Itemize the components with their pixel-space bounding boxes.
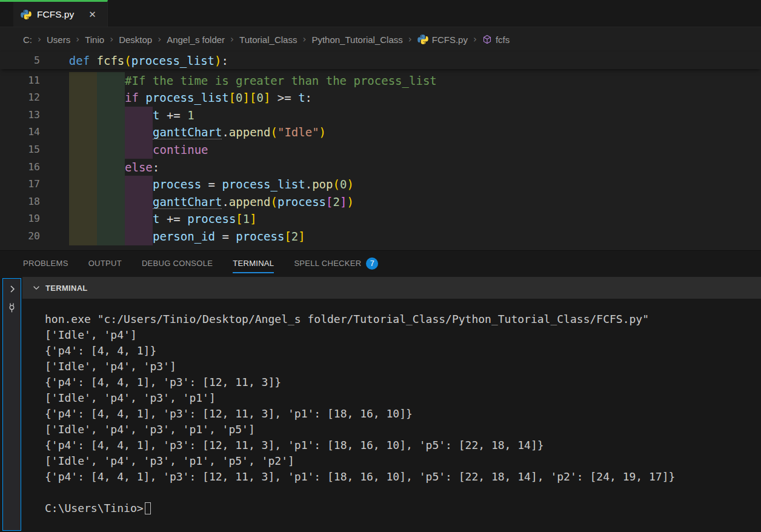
panel-tab-bar: PROBLEMSOUTPUTDEBUG CONSOLETERMINALSPELL…	[0, 250, 761, 277]
breadcrumb-separator: ›	[302, 34, 306, 45]
plug-icon[interactable]	[7, 302, 17, 314]
sticky-scroll-line[interactable]: 5 def fcfs(process_list):	[0, 52, 761, 69]
tab-fcfs-py[interactable]: FCFS.py ✕	[13, 0, 108, 27]
terminal-content[interactable]: hon.exe "c:/Users/Tinio/Desktop/Angel_s …	[22, 299, 761, 532]
panel-tab-terminal[interactable]: TERMINAL	[233, 255, 274, 273]
terminal-line: {'p4': [4, 4, 1], 'p3': [12, 11, 3], 'p1…	[45, 437, 756, 453]
terminal-line: hon.exe "c:/Users/Tinio/Desktop/Angel_s …	[45, 311, 756, 327]
indent-guide-band	[97, 193, 125, 211]
breadcrumb-item[interactable]: fcfs	[482, 35, 510, 45]
code-text: ganttChart.append(process[2])	[153, 193, 354, 211]
code-editor[interactable]: 5 def fcfs(process_list): 11#If the time…	[0, 52, 761, 250]
line-number[interactable]: 16	[0, 159, 41, 176]
breadcrumb-item[interactable]: Python_Tutorial_Class	[311, 35, 402, 45]
panel-body: TERMINAL hon.exe "c:/Users/Tinio/Desktop…	[0, 277, 761, 532]
indent-guide-band	[125, 124, 153, 141]
line-number[interactable]: 19	[0, 210, 41, 228]
indent-guide-band	[41, 141, 69, 159]
terminal-line: ['Idle', 'p4', 'p3', 'p1', 'p5']	[45, 422, 756, 437]
terminal-line: ['Idle', 'p4', 'p3', 'p1', 'p5', 'p2']	[45, 453, 756, 469]
indent-guide-band	[69, 89, 97, 107]
breadcrumb-separator: ›	[76, 34, 79, 45]
breadcrumb-separator: ›	[110, 34, 113, 45]
panel-tab-spell-checker[interactable]: SPELL CHECKER7	[294, 255, 378, 273]
indent-guide-band	[125, 176, 153, 193]
indent-guide-band	[125, 107, 153, 124]
breadcrumb-item[interactable]: Angel_s folder	[167, 35, 225, 45]
sticky-code-text: def fcfs(process_list):	[41, 52, 228, 69]
panel-tab-problems[interactable]: PROBLEMS	[23, 255, 68, 273]
indent-guide-band	[69, 176, 97, 193]
code-text: ganttChart.append("Idle")	[153, 124, 326, 141]
terminal-panel: TERMINAL hon.exe "c:/Users/Tinio/Desktop…	[22, 277, 761, 532]
indent-guide-band	[97, 228, 125, 245]
breadcrumb-item[interactable]: C:	[23, 35, 32, 45]
line-number[interactable]: 18	[0, 193, 41, 211]
terminal-line: {'p4': [4, 4, 1], 'p3': [12, 11, 3], 'p1…	[45, 469, 756, 485]
indent-guide-band	[97, 89, 125, 107]
code-line[interactable]: 20person_id = process[2]	[0, 228, 761, 245]
panel-tab-debug-console[interactable]: DEBUG CONSOLE	[142, 255, 213, 273]
breadcrumb-item[interactable]: Tinio	[85, 35, 104, 45]
badge: 7	[366, 258, 378, 270]
code-text: #If the time is greater than the process…	[125, 72, 437, 90]
code-line[interactable]: 11#If the time is greater than the proce…	[0, 72, 761, 90]
indent-guide-band	[97, 176, 125, 193]
indent-guide-band	[69, 193, 97, 211]
breadcrumb-item[interactable]: FCFS.py	[417, 34, 468, 45]
indent-guide-band	[69, 228, 97, 245]
line-number[interactable]: 11	[0, 72, 41, 90]
code-line[interactable]: 15continue	[0, 141, 761, 159]
code-line[interactable]: 16else:	[0, 159, 761, 176]
line-number[interactable]: 17	[0, 176, 41, 193]
breadcrumb-separator: ›	[473, 34, 477, 45]
code-line[interactable]: 18ganttChart.append(process[2])	[0, 193, 761, 211]
terminal-prompt-line[interactable]: C:\Users\Tinio>	[45, 500, 756, 516]
close-icon[interactable]: ✕	[86, 8, 99, 21]
indent-guide-band	[41, 72, 69, 90]
indent-guide-band	[69, 159, 97, 176]
chevron-down-icon[interactable]	[32, 284, 41, 292]
line-number[interactable]: 20	[0, 228, 41, 245]
breadcrumb-item[interactable]: Users	[47, 35, 70, 45]
line-number[interactable]: 15	[0, 141, 41, 159]
terminal-line: {'p4': [4, 4, 1]}	[45, 343, 756, 359]
terminal-line: ['Idle', 'p4', 'p3', 'p1']	[45, 390, 756, 406]
code-line[interactable]: 13t += 1	[0, 107, 761, 124]
breadcrumb-item[interactable]: Tutorial_Class	[239, 35, 297, 45]
code-text: if process_list[0][0] >= t:	[125, 89, 312, 107]
python-file-icon	[21, 9, 32, 20]
indent-guide-band	[41, 210, 69, 228]
terminal-line: {'p4': [4, 4, 1], 'p3': [12, 11, 3]}	[45, 374, 756, 390]
breadcrumb: C:›Users›Tinio›Desktop›Angel_s folder›Tu…	[0, 27, 761, 52]
indent-guide-band	[41, 193, 69, 211]
indent-guide-band	[97, 141, 125, 159]
indent-guide-band	[125, 210, 153, 228]
vscode-window: FCFS.py ✕ C:›Users›Tinio›Desktop›Angel_s…	[0, 0, 761, 532]
indent-guide-band	[69, 124, 97, 141]
code-text: person_id = process[2]	[153, 228, 305, 245]
indent-guide-band	[41, 159, 69, 176]
indent-guide-band	[125, 141, 153, 159]
code-line[interactable]: 12if process_list[0][0] >= t:	[0, 89, 761, 107]
python-icon	[417, 34, 428, 45]
indent-guide-band	[69, 72, 97, 90]
code-text: process = process_list.pop(0)	[153, 176, 354, 193]
breadcrumb-separator: ›	[408, 34, 412, 45]
chevron-right-icon[interactable]	[7, 284, 17, 294]
indent-guide-band	[41, 124, 69, 141]
terminal-line	[45, 485, 756, 500]
code-line[interactable]: 14ganttChart.append("Idle")	[0, 124, 761, 141]
line-number[interactable]: 12	[0, 89, 41, 107]
breadcrumb-separator: ›	[38, 34, 41, 45]
indent-guide-band	[125, 193, 153, 211]
line-number[interactable]: 13	[0, 107, 41, 124]
terminal-section-header[interactable]: TERMINAL	[22, 277, 761, 299]
line-number[interactable]: 14	[0, 124, 41, 141]
code-line[interactable]: 19t += process[1]	[0, 210, 761, 228]
code-lines: 11#If the time is greater than the proce…	[0, 69, 761, 245]
breadcrumb-item[interactable]: Desktop	[119, 35, 152, 45]
code-line[interactable]: 17process = process_list.pop(0)	[0, 176, 761, 193]
panel-tab-output[interactable]: OUTPUT	[88, 255, 122, 273]
indent-guide-band	[97, 159, 125, 176]
